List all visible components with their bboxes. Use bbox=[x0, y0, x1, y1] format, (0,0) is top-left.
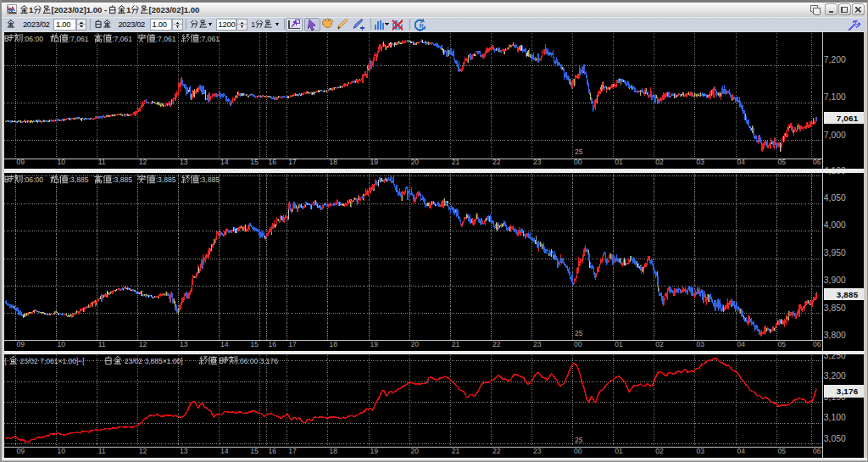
svg-text:04: 04 bbox=[737, 447, 746, 455]
svg-text:18: 18 bbox=[329, 158, 337, 166]
svg-text:25: 25 bbox=[575, 436, 583, 444]
svg-text:23/02 7,061×1.00]−[: 23/02 7,061×1.00]−[ bbox=[18, 357, 85, 365]
svg-text:3,176: 3,176 bbox=[837, 387, 859, 396]
svg-text:16: 16 bbox=[269, 447, 277, 455]
svg-text:04: 04 bbox=[737, 340, 746, 348]
svg-text:13: 13 bbox=[180, 340, 188, 348]
svg-text:14: 14 bbox=[220, 447, 229, 455]
svg-text:09: 09 bbox=[17, 158, 25, 166]
svg-text:19: 19 bbox=[370, 340, 379, 348]
svg-text:17: 17 bbox=[288, 340, 297, 348]
svg-text::3,885: :3,885 bbox=[112, 175, 132, 184]
svg-text:21: 21 bbox=[452, 447, 460, 455]
svg-text:3,100: 3,100 bbox=[824, 413, 846, 422]
svg-text:4,000: 4,000 bbox=[824, 220, 846, 230]
svg-text:03: 03 bbox=[696, 447, 704, 455]
svg-text:05: 05 bbox=[778, 158, 787, 166]
svg-text:15: 15 bbox=[250, 340, 259, 348]
svg-text:22: 22 bbox=[492, 340, 501, 348]
svg-text:1: 1 bbox=[29, 5, 34, 14]
svg-text:17: 17 bbox=[288, 447, 297, 455]
svg-text:15: 15 bbox=[250, 158, 259, 166]
svg-text:16: 16 bbox=[269, 340, 277, 348]
svg-text:02: 02 bbox=[655, 158, 664, 166]
svg-text:7,000: 7,000 bbox=[824, 131, 846, 140]
svg-text:3,900: 3,900 bbox=[824, 276, 846, 285]
svg-text:3,885: 3,885 bbox=[837, 290, 859, 299]
svg-text:21: 21 bbox=[452, 340, 460, 348]
svg-text::7,061: :7,061 bbox=[199, 35, 220, 43]
svg-text:12: 12 bbox=[139, 447, 147, 455]
svg-text:4,050: 4,050 bbox=[824, 193, 846, 203]
svg-text:10: 10 bbox=[58, 340, 66, 348]
svg-text:23: 23 bbox=[533, 340, 542, 348]
svg-text:09: 09 bbox=[17, 447, 25, 455]
svg-text:02: 02 bbox=[655, 447, 664, 455]
svg-text:23: 23 bbox=[533, 158, 542, 166]
svg-text::7,061: :7,061 bbox=[69, 35, 89, 43]
svg-text:3,200: 3,200 bbox=[824, 371, 846, 381]
svg-text:15: 15 bbox=[250, 447, 259, 455]
svg-text:16: 16 bbox=[269, 158, 277, 166]
svg-text::3,885: :3,885 bbox=[69, 175, 89, 184]
svg-text:R: R bbox=[420, 22, 425, 30]
svg-text::06:00: :06:00 bbox=[23, 175, 43, 184]
svg-text:20: 20 bbox=[411, 340, 420, 348]
svg-text:01: 01 bbox=[615, 340, 623, 348]
svg-text:09: 09 bbox=[17, 340, 25, 348]
svg-text:05: 05 bbox=[778, 447, 787, 455]
svg-text:17: 17 bbox=[288, 158, 297, 166]
svg-text:3,800: 3,800 bbox=[824, 331, 846, 340]
svg-text:[2023/02]1.00: [2023/02]1.00 bbox=[149, 5, 200, 14]
svg-text:12: 12 bbox=[139, 158, 147, 166]
svg-text:[2023/02]1.00 -: [2023/02]1.00 - bbox=[52, 5, 109, 14]
svg-text:01: 01 bbox=[615, 447, 623, 455]
svg-text::3,885: :3,885 bbox=[199, 175, 220, 184]
svg-text:06: 06 bbox=[813, 340, 821, 348]
svg-text:3,950: 3,950 bbox=[824, 248, 846, 258]
svg-text:2023/02: 2023/02 bbox=[119, 19, 146, 29]
svg-text:18: 18 bbox=[329, 447, 337, 455]
svg-text:04: 04 bbox=[737, 158, 746, 166]
svg-text::06:00: :06:00 bbox=[23, 35, 43, 43]
svg-text:1: 1 bbox=[251, 19, 255, 29]
svg-text:03: 03 bbox=[696, 340, 704, 348]
svg-text:03: 03 bbox=[696, 158, 704, 166]
svg-text:7,061: 7,061 bbox=[837, 114, 859, 123]
svg-text:23/02 3,885×1.00]: 23/02 3,885×1.00] bbox=[122, 357, 185, 365]
svg-text::3,885: :3,885 bbox=[156, 175, 176, 184]
svg-text:22: 22 bbox=[492, 158, 501, 166]
svg-text:1200: 1200 bbox=[219, 20, 236, 29]
svg-text:11: 11 bbox=[98, 340, 106, 348]
svg-text:25: 25 bbox=[575, 148, 583, 156]
svg-text:3,050: 3,050 bbox=[824, 434, 846, 443]
svg-text::7,061: :7,061 bbox=[156, 35, 176, 43]
svg-text:13: 13 bbox=[180, 158, 188, 166]
svg-text::7,061: :7,061 bbox=[112, 35, 132, 43]
svg-text:11: 11 bbox=[98, 158, 106, 166]
svg-text:14: 14 bbox=[220, 340, 229, 348]
svg-text:02: 02 bbox=[655, 340, 664, 348]
svg-text:00: 00 bbox=[574, 340, 582, 348]
svg-text:21: 21 bbox=[452, 158, 460, 166]
svg-text:00: 00 bbox=[574, 158, 582, 166]
svg-text:20: 20 bbox=[411, 158, 420, 166]
svg-text:06: 06 bbox=[813, 158, 821, 166]
svg-text:1.00: 1.00 bbox=[56, 20, 70, 29]
svg-text:7,100: 7,100 bbox=[824, 92, 846, 102]
svg-text:06: 06 bbox=[813, 447, 821, 455]
svg-text::06:00 3,176: :06:00 3,176 bbox=[238, 357, 279, 365]
svg-text:7,200: 7,200 bbox=[824, 55, 846, 64]
svg-text:1.00: 1.00 bbox=[153, 20, 167, 29]
svg-text:25: 25 bbox=[575, 329, 583, 337]
svg-text:23: 23 bbox=[533, 447, 542, 455]
svg-text:3,850: 3,850 bbox=[824, 303, 846, 313]
svg-text:1: 1 bbox=[126, 5, 131, 14]
svg-text:19: 19 bbox=[370, 158, 379, 166]
svg-text:01: 01 bbox=[615, 158, 623, 166]
svg-text:05: 05 bbox=[778, 340, 787, 348]
svg-text:20: 20 bbox=[411, 447, 420, 455]
svg-text:19: 19 bbox=[370, 447, 379, 455]
svg-text:11: 11 bbox=[98, 447, 106, 455]
svg-text:18: 18 bbox=[329, 340, 337, 348]
